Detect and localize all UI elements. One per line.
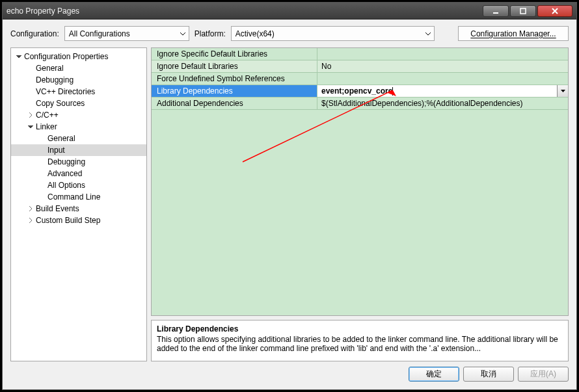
tree-item[interactable]: Custom Build Step	[11, 215, 146, 226]
client-area: Configuration: All Configurations Platfo…	[3, 20, 576, 389]
ok-button[interactable]: 确定	[409, 367, 459, 382]
tree-item-label: Input	[47, 146, 65, 155]
property-row[interactable]: Library Dependenciesevent;opencv_core	[152, 85, 568, 98]
dialog-footer: 确定 取消 应用(A)	[10, 367, 569, 382]
configuration-combo[interactable]: All Configurations	[64, 26, 189, 41]
tree-item[interactable]: Copy Sources	[11, 98, 146, 109]
property-dropdown-button[interactable]	[557, 85, 568, 97]
chevron-down-icon	[560, 88, 566, 94]
tree-item[interactable]: VC++ Directories	[11, 86, 146, 98]
tree-item-label: Build Events	[36, 204, 79, 213]
description-title: Library Dependencies	[157, 324, 563, 333]
tree-collapse-icon[interactable]	[15, 53, 23, 60]
property-row[interactable]: Force Undefined Symbol References	[152, 73, 568, 85]
tree-item-label: Command Line	[47, 192, 100, 202]
tree-item[interactable]: General	[11, 62, 146, 74]
tree-item[interactable]: Debugging	[11, 156, 146, 168]
property-value[interactable]: No	[317, 60, 568, 72]
main-row: Configuration Properties GeneralDebuggin…	[10, 47, 569, 361]
chevron-down-icon	[425, 29, 431, 38]
property-value[interactable]: event;opencv_core	[317, 85, 568, 97]
description-panel: Library Dependencies This option allows …	[151, 320, 569, 361]
tree-item-label: VC++ Directories	[36, 87, 95, 96]
property-value-text: $(StlAdditionalDependencies);%(Additiona…	[321, 99, 523, 108]
property-name: Ignore Specific Default Libraries	[152, 48, 317, 60]
tree-item-label: C/C++	[36, 111, 59, 120]
property-grid[interactable]: Ignore Specific Default LibrariesIgnore …	[151, 47, 569, 316]
tree-item-label: All Options	[47, 181, 85, 190]
tree-item[interactable]: Command Line	[11, 191, 146, 203]
property-row[interactable]: Ignore Default LibrariesNo	[152, 60, 568, 73]
apply-button[interactable]: 应用(A)	[518, 367, 569, 382]
property-value-text: No	[321, 62, 331, 71]
configuration-manager-button[interactable]: Configuration Manager...	[458, 26, 569, 41]
platform-label: Platform:	[195, 29, 226, 38]
property-name: Library Dependencies	[152, 85, 317, 97]
minimize-icon	[492, 8, 499, 14]
property-name: Ignore Default Libraries	[152, 60, 317, 72]
tree-item[interactable]: Build Events	[11, 203, 146, 215]
tree-item-label: Custom Build Step	[36, 216, 100, 225]
property-value[interactable]	[317, 48, 568, 60]
configuration-value: All Configurations	[69, 29, 130, 38]
svg-rect-1	[520, 8, 526, 14]
tree-expand-icon[interactable]	[27, 217, 34, 224]
tree-root[interactable]: Configuration Properties	[11, 51, 146, 62]
tree-item[interactable]: Debugging	[11, 74, 146, 86]
configuration-manager-label: Configuration Manager...	[470, 29, 556, 38]
close-button[interactable]	[537, 5, 572, 17]
property-value[interactable]: $(StlAdditionalDependencies);%(Additiona…	[317, 98, 568, 109]
tree-item[interactable]: All Options	[11, 179, 146, 191]
tree-item[interactable]: Linker	[11, 121, 146, 133]
titlebar[interactable]: echo Property Pages	[3, 3, 576, 20]
config-tree[interactable]: Configuration Properties GeneralDebuggin…	[10, 47, 147, 361]
tree-item-label: Linker	[36, 122, 57, 131]
tree-item-label: General	[47, 134, 75, 143]
tree-item[interactable]: C/C++	[11, 109, 146, 121]
maximize-icon	[520, 8, 526, 14]
tree-collapse-icon[interactable]	[27, 124, 34, 130]
tree-item[interactable]: Input	[11, 144, 146, 156]
tree-expand-icon[interactable]	[27, 205, 34, 212]
chevron-down-icon	[180, 29, 186, 38]
maximize-button[interactable]	[510, 5, 536, 17]
property-name: Force Undefined Symbol References	[152, 73, 317, 85]
description-body: This option allows specifying additional…	[157, 335, 563, 353]
svg-rect-0	[493, 12, 498, 14]
tree-item-label: Debugging	[47, 157, 85, 166]
configuration-label: Configuration:	[10, 29, 59, 38]
tree-item[interactable]: General	[11, 133, 146, 144]
property-value[interactable]	[317, 73, 568, 85]
ok-label: 确定	[426, 369, 442, 380]
apply-label: 应用(A)	[530, 369, 556, 380]
platform-value: Active(x64)	[236, 29, 275, 38]
tree-item-label: Copy Sources	[36, 99, 85, 108]
tree-item[interactable]: Advanced	[11, 168, 146, 179]
tree-expand-icon[interactable]	[27, 112, 34, 118]
platform-combo[interactable]: Active(x64)	[231, 26, 435, 41]
config-row: Configuration: All Configurations Platfo…	[10, 26, 569, 41]
tree-item-label: Advanced	[47, 169, 82, 178]
tree-root-label: Configuration Properties	[24, 52, 108, 61]
minimize-button[interactable]	[483, 5, 509, 17]
property-pages-window: echo Property Pages Configuration: All C…	[2, 2, 577, 390]
property-value-text: event;opencv_core	[321, 86, 392, 96]
text-caret	[392, 87, 393, 96]
property-row[interactable]: Ignore Specific Default Libraries	[152, 48, 568, 60]
close-icon	[551, 8, 559, 14]
property-row[interactable]: Additional Dependencies$(StlAdditionalDe…	[152, 98, 568, 110]
property-name: Additional Dependencies	[152, 98, 317, 109]
tree-item-label: Debugging	[36, 75, 74, 85]
right-column: Ignore Specific Default LibrariesIgnore …	[151, 47, 569, 361]
cancel-button[interactable]: 取消	[463, 367, 514, 382]
tree-item-label: General	[36, 64, 64, 73]
cancel-label: 取消	[481, 369, 496, 380]
window-title: echo Property Pages	[7, 7, 79, 16]
